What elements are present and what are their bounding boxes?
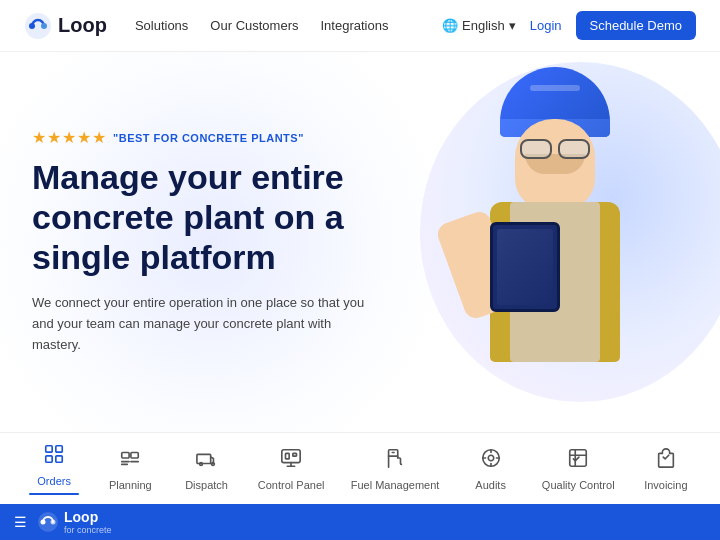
- footer-loop-icon: [37, 511, 59, 533]
- tab-orders-label: Orders: [37, 475, 71, 487]
- dispatch-icon: [196, 447, 218, 475]
- tab-dispatch-label: Dispatch: [185, 479, 228, 491]
- worker-tablet: [490, 222, 560, 312]
- audits-icon: [480, 447, 502, 475]
- svg-rect-19: [293, 453, 297, 456]
- tab-quality-control[interactable]: Quality Control: [532, 439, 625, 499]
- worker-illustration: [435, 67, 675, 427]
- lang-label: English: [462, 18, 505, 33]
- footer-logo-text-area: Loop for concrete: [64, 509, 112, 535]
- tab-audits-label: Audits: [475, 479, 506, 491]
- logo[interactable]: Loop: [24, 12, 107, 40]
- globe-icon: 🌐: [442, 18, 458, 33]
- svg-point-29: [41, 520, 46, 525]
- svg-rect-6: [56, 455, 62, 461]
- tab-control-panel-label: Control Panel: [258, 479, 325, 491]
- footer-bar: ☰ Loop for concrete: [0, 504, 720, 540]
- footer-logo: Loop for concrete: [37, 509, 112, 535]
- planning-icon: [119, 447, 141, 475]
- nav-integrations[interactable]: Integrations: [321, 18, 389, 33]
- svg-point-1: [29, 23, 35, 29]
- svg-rect-4: [56, 445, 62, 451]
- invoicing-icon: [655, 447, 677, 475]
- stars-row: ★★★★★ "BEST FOR CONCRETE PLANTS": [32, 128, 368, 147]
- navbar-right: 🌐 English ▾ Login Schedule Demo: [442, 11, 696, 40]
- navbar-left: Loop Solutions Our Customers Integration…: [24, 12, 388, 40]
- tab-invoicing[interactable]: Invoicing: [631, 439, 701, 499]
- login-button[interactable]: Login: [530, 18, 562, 33]
- svg-rect-3: [46, 445, 52, 451]
- quality-control-icon: [567, 447, 589, 475]
- tab-orders[interactable]: Orders: [19, 435, 89, 503]
- svg-rect-18: [286, 453, 290, 459]
- svg-rect-5: [46, 455, 52, 461]
- best-label: "BEST FOR CONCRETE PLANTS": [113, 132, 304, 144]
- bottom-tabs: Orders Planning Dispatch: [0, 432, 720, 504]
- worker-head: [515, 119, 595, 209]
- svg-rect-12: [196, 454, 210, 463]
- star-rating: ★★★★★: [32, 128, 107, 147]
- footer-logo-text: Loop: [64, 509, 112, 525]
- hero-description: We connect your entire operation in one …: [32, 292, 368, 356]
- hero-content: ★★★★★ "BEST FOR CONCRETE PLANTS" Manage …: [0, 98, 400, 386]
- loop-logo-icon: [24, 12, 52, 40]
- tab-planning-label: Planning: [109, 479, 152, 491]
- tab-invoicing-label: Invoicing: [644, 479, 687, 491]
- svg-point-0: [25, 13, 51, 39]
- logo-text: Loop: [58, 14, 107, 37]
- hero-title: Manage your entire concrete plant on a s…: [32, 157, 368, 277]
- navbar: Loop Solutions Our Customers Integration…: [0, 0, 720, 52]
- svg-rect-8: [131, 452, 138, 458]
- tab-audits[interactable]: Audits: [456, 439, 526, 499]
- svg-rect-7: [122, 452, 129, 458]
- worker-figure: [400, 57, 710, 427]
- schedule-demo-button[interactable]: Schedule Demo: [576, 11, 697, 40]
- tab-fuel-management[interactable]: Fuel Management: [341, 439, 450, 499]
- hero-section: ★★★★★ "BEST FOR CONCRETE PLANTS" Manage …: [0, 52, 720, 432]
- footer-sub-text: for concrete: [64, 525, 112, 535]
- fuel-management-icon: [384, 447, 406, 475]
- tab-dispatch[interactable]: Dispatch: [172, 439, 242, 499]
- hero-image-area: [360, 52, 720, 432]
- nav-links: Solutions Our Customers Integrations: [135, 18, 389, 33]
- hamburger-menu-icon[interactable]: ☰: [14, 514, 27, 530]
- svg-point-2: [41, 23, 47, 29]
- svg-rect-15: [282, 449, 300, 462]
- control-panel-icon: [280, 447, 302, 475]
- svg-point-30: [51, 520, 56, 525]
- tab-planning[interactable]: Planning: [95, 439, 165, 499]
- worker-glasses: [518, 139, 592, 157]
- tab-fuel-label: Fuel Management: [351, 479, 440, 491]
- chevron-down-icon: ▾: [509, 18, 516, 33]
- svg-point-22: [488, 455, 494, 461]
- language-selector[interactable]: 🌐 English ▾: [442, 18, 516, 33]
- tab-quality-label: Quality Control: [542, 479, 615, 491]
- tab-control-panel[interactable]: Control Panel: [248, 439, 335, 499]
- nav-solutions[interactable]: Solutions: [135, 18, 188, 33]
- orders-icon: [43, 443, 65, 471]
- nav-customers[interactable]: Our Customers: [210, 18, 298, 33]
